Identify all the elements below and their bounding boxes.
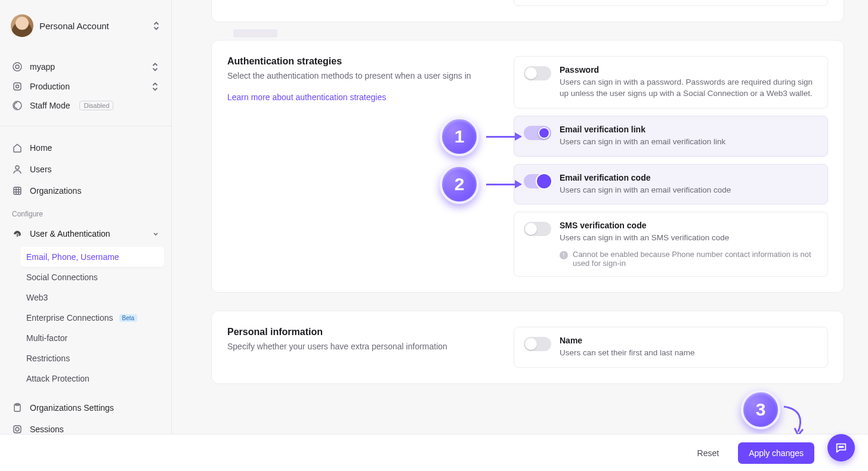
account-label: Personal Account	[39, 21, 146, 31]
main-content: Specify whether your users have a unique…	[172, 0, 868, 434]
nav-org-settings[interactable]: Organizations Settings	[7, 397, 164, 419]
app-switcher[interactable]: myapp	[7, 57, 164, 77]
chat-fab[interactable]	[827, 434, 855, 461]
opt-desc: Users can set their first and last name	[560, 348, 818, 359]
toggle-email-code[interactable]	[524, 174, 551, 188]
chevron-down-icon	[152, 230, 159, 237]
nav-user-auth[interactable]: User & Authentication	[7, 223, 164, 244]
svg-point-3	[16, 85, 19, 88]
cube-icon	[12, 81, 23, 92]
subnav-restrictions[interactable]: Restrictions	[20, 348, 164, 368]
card-title: Personal information	[227, 327, 490, 337]
subnav-attack-protection[interactable]: Attack Protection	[20, 368, 164, 389]
svg-point-13	[842, 447, 844, 448]
nav-label: Organizations Settings	[30, 403, 114, 413]
annotation-bubble-2: 2	[440, 165, 479, 204]
sessions-icon	[12, 424, 23, 435]
svg-rect-9	[14, 426, 21, 433]
svg-point-12	[841, 447, 842, 448]
staff-icon	[12, 100, 23, 111]
svg-rect-2	[14, 83, 21, 90]
opt-desc: Users can sign in with an email verifica…	[560, 185, 818, 196]
opt-email-code: Email verification code Users can sign i…	[514, 164, 828, 205]
annotation-arrow-1	[486, 136, 521, 138]
card-title: Authentication strategies	[227, 56, 490, 67]
footer-bar: Reset Apply changes	[0, 434, 868, 471]
app-icon	[12, 61, 23, 72]
opt-name: Name Users can set their first and last …	[514, 327, 828, 368]
subnav-label: Email, Phone, Username	[26, 252, 119, 262]
subnav-email-phone-username[interactable]: Email, Phone, Username	[20, 247, 164, 267]
subnav-web3[interactable]: Web3	[20, 287, 164, 308]
user-icon	[12, 164, 23, 175]
chevron-updown-icon	[151, 61, 159, 73]
chat-icon	[835, 441, 848, 454]
subnav-label: Restrictions	[26, 354, 70, 363]
subnav-label: Social Connections	[26, 272, 98, 282]
svg-point-5	[16, 166, 19, 169]
opt-title: SMS verification code	[560, 221, 818, 230]
sidebar: Personal Account myapp Production Staff …	[0, 0, 172, 471]
home-icon	[12, 142, 23, 153]
annotation-bubble-3: 3	[741, 390, 780, 429]
org-icon	[12, 185, 23, 196]
toggle-name[interactable]	[524, 337, 551, 351]
nav-label: Organizations	[30, 186, 81, 196]
svg-point-0	[13, 63, 21, 71]
auth-strategies-card: Authentication strategies Select the aut…	[211, 40, 844, 293]
toggle-email-link[interactable]	[524, 126, 551, 140]
nav-label: Users	[30, 165, 52, 174]
warning-icon: !	[560, 251, 568, 259]
opt-desc: Users can sign in with a password. Passw…	[560, 77, 818, 100]
account-switcher[interactable]: Personal Account	[7, 11, 164, 41]
opt-desc: Users can sign in with an SMS verificati…	[560, 233, 818, 244]
beta-badge: Beta	[119, 314, 138, 322]
svg-point-11	[839, 447, 840, 448]
chevron-updown-icon	[151, 81, 159, 92]
toggle-sms[interactable]	[524, 222, 551, 236]
subnav-label: Multi-factor	[26, 333, 67, 343]
subnav-enterprise[interactable]: Enterprise Connections Beta	[20, 308, 164, 328]
nav-label: Sessions	[30, 424, 64, 434]
nav-label: Home	[30, 143, 52, 153]
avatar	[11, 14, 33, 37]
annotation-bubble-1: 1	[440, 117, 479, 156]
svg-point-10	[16, 427, 19, 431]
staff-mode-row[interactable]: Staff Mode Disabled	[7, 96, 164, 115]
username-card: Specify whether your users have a unique…	[211, 0, 844, 22]
annotation-arrow-2	[486, 184, 521, 185]
divider	[0, 126, 171, 126]
subnav-label: Attack Protection	[26, 374, 89, 383]
opt-password: Password Users can sign in with a passwo…	[514, 56, 828, 109]
opt-title: Password	[560, 65, 818, 75]
opt-sms: SMS verification code Users can sign in …	[514, 212, 828, 277]
svg-rect-6	[14, 187, 21, 194]
personal-info-card: Personal information Specify whether you…	[211, 311, 844, 384]
skeleton-placeholder	[233, 29, 277, 38]
env-switcher[interactable]: Production	[7, 77, 164, 97]
nav-users[interactable]: Users	[7, 159, 164, 180]
learn-more-link[interactable]: Learn more about authentication strategi…	[227, 92, 386, 102]
subnav-label: Web3	[26, 293, 48, 302]
staff-mode-label: Staff Mode	[30, 101, 70, 110]
opt-desc: Users can sign in with an email verifica…	[560, 137, 818, 148]
nav-label: User & Authentication	[30, 229, 110, 238]
subnav-label: Enterprise Connections	[26, 313, 113, 323]
apply-changes-button[interactable]: Apply changes	[738, 442, 814, 464]
card-desc: Select the authentication methods to pre…	[227, 70, 490, 82]
opt-title: Name	[560, 336, 818, 345]
nav-organizations[interactable]: Organizations	[7, 180, 164, 202]
reset-button[interactable]: Reset	[690, 444, 727, 463]
opt-warning: ! Cannot be enabled because Phone number…	[560, 250, 818, 268]
app-name: myapp	[30, 62, 144, 72]
opt-email-link: Email verification link Users can sign i…	[514, 116, 828, 157]
nav-home[interactable]: Home	[7, 137, 164, 159]
username-option: Users can set usernames to their account	[514, 0, 828, 6]
opt-title: Email verification code	[560, 173, 818, 182]
subnav-multifactor[interactable]: Multi-factor	[20, 328, 164, 348]
toggle-password[interactable]	[524, 66, 551, 80]
opt-title: Email verification link	[560, 125, 818, 134]
chevron-updown-icon	[152, 20, 160, 32]
warning-text: Cannot be enabled because Phone number c…	[573, 250, 818, 268]
subnav-social[interactable]: Social Connections	[20, 267, 164, 287]
